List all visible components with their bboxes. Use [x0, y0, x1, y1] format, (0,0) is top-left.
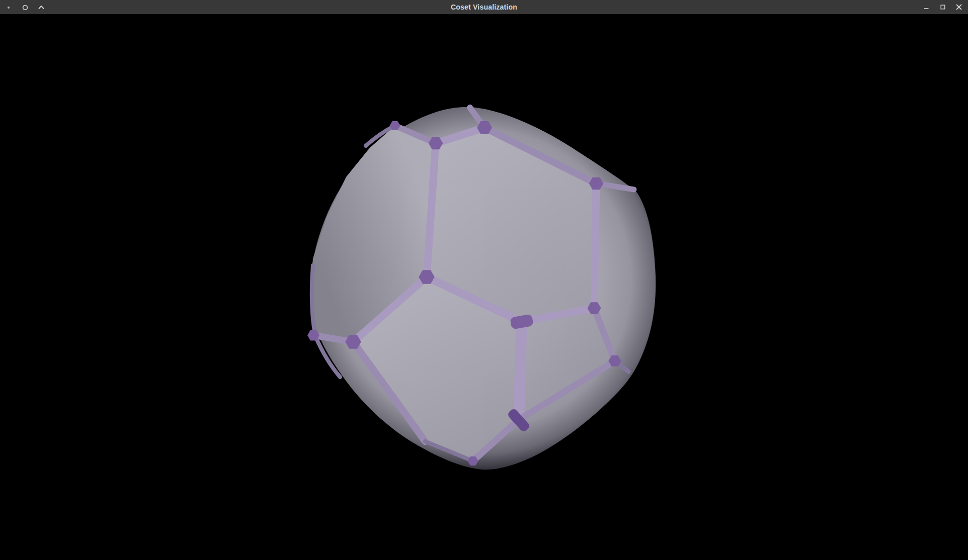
- 3d-viewport[interactable]: [0, 14, 968, 560]
- window-title: Coset Visualization: [0, 0, 968, 14]
- coset-polyhedron-render: [0, 14, 968, 560]
- close-button[interactable]: [956, 4, 962, 10]
- minimize-button[interactable]: [923, 4, 929, 10]
- titlebar: Coset Visualization: [0, 0, 968, 14]
- maximize-button[interactable]: [940, 4, 946, 10]
